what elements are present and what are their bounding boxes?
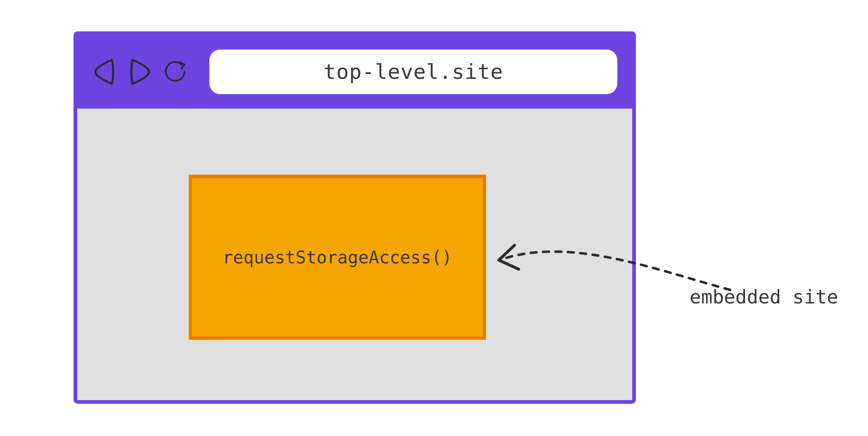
browser-viewport: requestStorageAccess() bbox=[77, 109, 632, 400]
browser-window: top-level.site requestStorageAccess() bbox=[74, 31, 636, 404]
nav-icon-group bbox=[92, 57, 188, 87]
reload-icon bbox=[163, 57, 188, 87]
address-bar: top-level.site bbox=[209, 50, 617, 94]
embedded-code-text: requestStorageAccess() bbox=[223, 247, 452, 268]
forward-icon bbox=[128, 57, 152, 87]
annotation-label: embedded site bbox=[690, 286, 838, 308]
embedded-site-frame: requestStorageAccess() bbox=[189, 175, 486, 340]
back-icon bbox=[92, 57, 117, 87]
diagram-canvas: top-level.site requestStorageAccess() em… bbox=[0, 0, 868, 436]
browser-toolbar: top-level.site bbox=[77, 35, 632, 109]
address-url: top-level.site bbox=[323, 60, 503, 84]
